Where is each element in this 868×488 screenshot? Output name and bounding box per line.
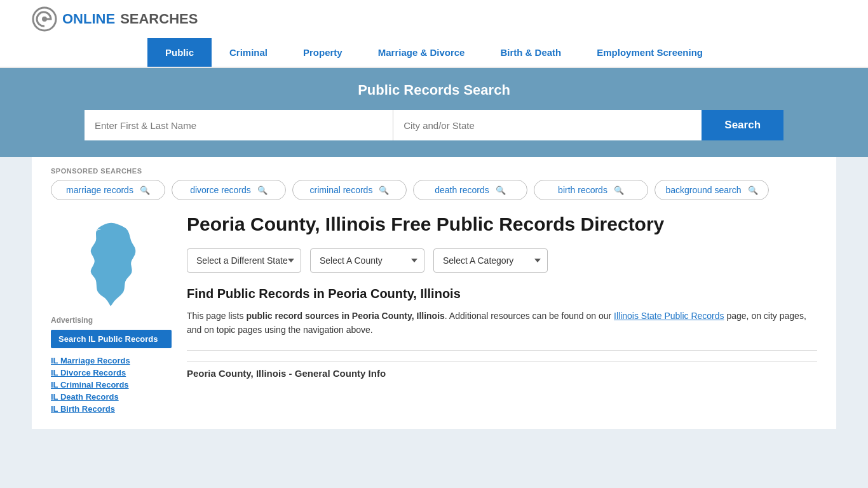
city-input[interactable] xyxy=(393,110,702,140)
page-title: Peoria County, Illinois Free Public Reco… xyxy=(187,213,817,236)
category-dropdown[interactable]: Select A Category xyxy=(433,248,548,273)
search-icon-2: 🔍 xyxy=(257,186,268,195)
search-form: Search xyxy=(85,110,783,140)
search-icon-3: 🔍 xyxy=(379,186,389,195)
search-button[interactable]: Search xyxy=(702,110,783,140)
logo[interactable]: ONLINESEARCHES xyxy=(32,6,836,32)
pill-label: marriage records xyxy=(66,185,133,195)
pill-label: background search xyxy=(665,185,741,195)
find-desc-prefix: This page lists xyxy=(187,311,246,321)
search-icon-5: 🔍 xyxy=(614,186,624,195)
illinois-map-svg xyxy=(76,219,146,308)
logo-icon xyxy=(32,6,57,32)
pill-death-records[interactable]: death records 🔍 xyxy=(413,180,527,200)
main-nav: Public Criminal Property Marriage & Divo… xyxy=(0,38,868,68)
section-divider xyxy=(187,350,817,351)
search-icon-6: 🔍 xyxy=(748,186,758,195)
general-info-title: Peoria County, Illinois - General County… xyxy=(187,361,817,379)
find-description: This page lists public record sources in… xyxy=(187,309,817,337)
dropdown-row: Select a Different State Select A County… xyxy=(187,248,817,273)
search-icon-1: 🔍 xyxy=(140,186,150,195)
pill-criminal-records[interactable]: criminal records 🔍 xyxy=(292,180,407,200)
advertising-label: Advertising xyxy=(51,316,172,325)
county-dropdown[interactable]: Select A County xyxy=(310,248,424,273)
nav-item-birth-death[interactable]: Birth & Death xyxy=(482,38,579,67)
nav-item-criminal[interactable]: Criminal xyxy=(212,38,285,67)
content-box: SPONSORED SEARCHES marriage records 🔍 di… xyxy=(32,157,836,429)
sidebar-link-criminal[interactable]: IL Criminal Records xyxy=(51,380,172,390)
pill-label: divorce records xyxy=(190,185,251,195)
pill-marriage-records[interactable]: marriage records 🔍 xyxy=(51,180,165,200)
pill-background-search[interactable]: background search 🔍 xyxy=(654,180,769,200)
advertising-section: Advertising Search IL Public Records IL … xyxy=(51,316,172,414)
pill-label: criminal records xyxy=(310,185,373,195)
header: ONLINESEARCHES xyxy=(0,0,868,38)
county-section: Advertising Search IL Public Records IL … xyxy=(51,213,817,416)
state-dropdown[interactable]: Select a Different State xyxy=(187,248,301,273)
svg-point-1 xyxy=(42,17,47,22)
search-banner-title: Public Records Search xyxy=(32,82,836,98)
sidebar-link-divorce[interactable]: IL Divorce Records xyxy=(51,368,172,377)
find-desc-bold: public record sources in Peoria County, … xyxy=(246,311,444,321)
logo-text-searches: SEARCHES xyxy=(120,11,198,27)
sidebar-link-death[interactable]: IL Death Records xyxy=(51,392,172,402)
pill-divorce-records[interactable]: divorce records 🔍 xyxy=(172,180,286,200)
search-banner: Public Records Search Search xyxy=(0,68,868,157)
ad-button[interactable]: Search IL Public Records xyxy=(51,330,172,348)
search-icon-4: 🔍 xyxy=(496,186,506,195)
search-pills: marriage records 🔍 divorce records 🔍 cri… xyxy=(51,180,817,200)
find-records-title: Find Public Records in Peoria County, Il… xyxy=(187,287,817,301)
il-state-link[interactable]: Illinois State Public Records xyxy=(614,311,724,321)
pill-label: death records xyxy=(435,185,489,195)
sidebar-link-birth[interactable]: IL Birth Records xyxy=(51,404,172,414)
nav-item-public[interactable]: Public xyxy=(147,38,212,67)
county-right-panel: Peoria County, Illinois Free Public Reco… xyxy=(187,213,817,416)
nav-item-marriage-divorce[interactable]: Marriage & Divorce xyxy=(360,38,483,67)
state-map xyxy=(51,213,172,308)
find-desc-mid: . Additional resources can be found on o… xyxy=(445,311,614,321)
name-input[interactable] xyxy=(85,110,393,140)
county-left-panel: Advertising Search IL Public Records IL … xyxy=(51,213,172,416)
pill-label: birth records xyxy=(558,185,607,195)
nav-item-property[interactable]: Property xyxy=(285,38,360,67)
nav-item-employment[interactable]: Employment Screening xyxy=(579,38,721,67)
logo-text-online: ONLINE xyxy=(62,11,115,27)
sidebar-link-marriage[interactable]: IL Marriage Records xyxy=(51,356,172,365)
pill-birth-records[interactable]: birth records 🔍 xyxy=(534,180,648,200)
main-area: SPONSORED SEARCHES marriage records 🔍 di… xyxy=(0,157,868,429)
sponsored-label: SPONSORED SEARCHES xyxy=(51,167,817,175)
